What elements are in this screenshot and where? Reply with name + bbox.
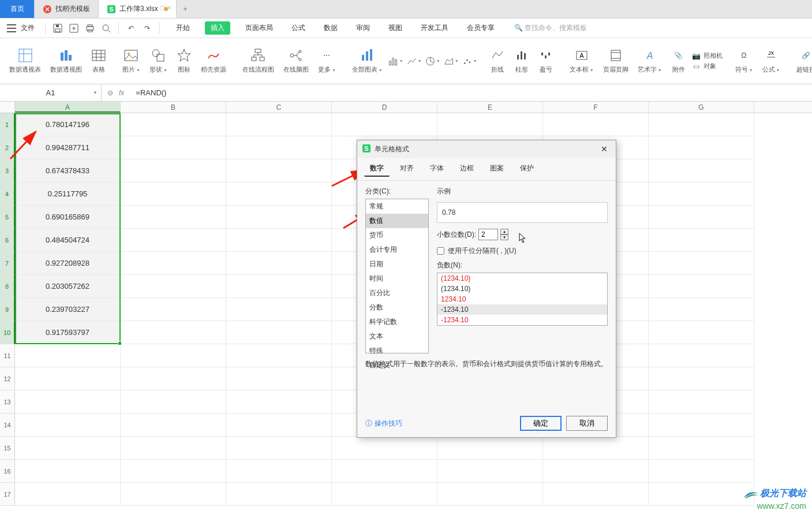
row-header[interactable]: 17 (0, 483, 15, 506)
icon-button[interactable]: 图标 (173, 48, 195, 74)
tab-border[interactable]: 边框 (454, 161, 480, 177)
line-chart-icon[interactable]: ▼ (407, 54, 422, 69)
cell[interactable] (121, 252, 226, 275)
cell[interactable] (121, 414, 226, 437)
wordart-button[interactable]: A艺术字▼ (634, 48, 665, 74)
cell[interactable] (649, 437, 754, 460)
cell[interactable] (121, 321, 226, 344)
cell-a10[interactable]: 0.917593797 (15, 321, 121, 344)
cell[interactable] (121, 113, 226, 136)
menu-start[interactable]: 开始 (173, 21, 193, 35)
cell[interactable] (226, 206, 332, 229)
equation-button[interactable]: JΧ公式▼ (759, 48, 784, 74)
cell[interactable] (332, 483, 437, 506)
pivot-table-button[interactable]: 数据透视表 (6, 48, 44, 74)
cell[interactable] (649, 229, 754, 252)
cell-a3[interactable]: 0.674378433 (15, 159, 121, 182)
all-charts-button[interactable]: 全部图表▼ (349, 48, 386, 74)
select-all-corner[interactable] (0, 102, 15, 113)
cell[interactable] (332, 437, 437, 460)
row-header[interactable]: 8 (0, 275, 15, 298)
cell[interactable] (226, 460, 332, 483)
category-fraction[interactable]: 分数 (366, 300, 428, 315)
row-header[interactable]: 4 (0, 182, 15, 206)
bar-chart-icon[interactable]: ▼ (388, 54, 403, 69)
cancel-button[interactable]: 取消 (566, 416, 608, 431)
row-header[interactable]: 10 (0, 321, 15, 344)
category-scientific[interactable]: 科学记数 (366, 315, 428, 329)
cell[interactable] (226, 159, 332, 182)
category-time[interactable]: 时间 (366, 271, 428, 286)
row-header[interactable]: 1 (0, 113, 15, 136)
cell[interactable] (332, 113, 437, 136)
cell[interactable] (121, 136, 226, 159)
cell[interactable] (226, 182, 332, 206)
cell[interactable] (649, 159, 754, 182)
cell[interactable] (649, 252, 754, 275)
cell[interactable] (226, 483, 332, 506)
menu-page-layout[interactable]: 页面布局 (242, 21, 276, 35)
pivot-view-button[interactable]: 数据透视图 (47, 48, 85, 74)
template-tab[interactable]: 找稻壳模板 (35, 0, 99, 18)
cell[interactable] (226, 344, 332, 367)
menu-formula[interactable]: 公式 (288, 21, 309, 35)
cell[interactable] (121, 229, 226, 252)
category-currency[interactable]: 货币 (366, 228, 428, 243)
cell[interactable] (649, 367, 754, 390)
cell[interactable] (121, 159, 226, 182)
cell[interactable] (15, 414, 121, 437)
cell[interactable] (649, 298, 754, 321)
col-header-d[interactable]: D (332, 102, 437, 113)
cell[interactable] (649, 321, 754, 344)
cell[interactable] (437, 483, 543, 506)
spinner-up-button[interactable]: ▲ (500, 229, 508, 234)
tab-align[interactable]: 对齐 (394, 161, 420, 177)
col-header-f[interactable]: F (543, 102, 649, 113)
cell[interactable] (649, 206, 754, 229)
cell[interactable] (649, 136, 754, 159)
sparkline-winloss-button[interactable]: 盈亏 (535, 48, 557, 74)
negative-format-list[interactable]: (1234.10) (1234.10) 1234.10 -1234.10 -12… (437, 273, 608, 326)
cell[interactable] (437, 460, 543, 483)
cell[interactable] (121, 344, 226, 367)
resource-button[interactable]: 稻壳资源 (197, 48, 230, 74)
cell[interactable] (649, 182, 754, 206)
cell[interactable] (437, 113, 543, 136)
row-header[interactable]: 12 (0, 367, 15, 390)
formula-input[interactable]: =RAND() (130, 88, 812, 97)
hyperlink-button[interactable]: 🔗超链接 (793, 48, 813, 74)
cell[interactable] (121, 206, 226, 229)
row-header[interactable]: 2 (0, 136, 15, 159)
camera-button[interactable]: 📷照相机 (692, 51, 723, 61)
close-button[interactable]: ✕ (597, 144, 611, 154)
cell[interactable] (121, 390, 226, 414)
cell[interactable] (226, 136, 332, 159)
undo-icon[interactable]: ↶ (126, 23, 136, 33)
header-footer-button[interactable]: 页眉页脚 (600, 48, 632, 74)
textbox-button[interactable]: A文本框▼ (566, 48, 597, 74)
row-header[interactable]: 5 (0, 206, 15, 229)
row-header[interactable]: 11 (0, 344, 15, 367)
ok-button[interactable]: 确定 (520, 416, 562, 431)
cell[interactable] (649, 275, 754, 298)
cell[interactable] (649, 113, 754, 136)
cell[interactable] (121, 483, 226, 506)
negative-option[interactable]: (1234.10) (437, 284, 607, 294)
cell[interactable] (649, 483, 754, 506)
cell-a4[interactable]: 0.25117795 (15, 182, 121, 206)
print-preview-icon[interactable] (101, 23, 111, 33)
pie-chart-icon[interactable]: ▼ (425, 54, 440, 69)
attachment-button[interactable]: 📎附件 (668, 48, 690, 74)
cell[interactable] (649, 460, 754, 483)
search-box[interactable]: 🔍 查找命令、搜索模板 (514, 23, 587, 33)
negative-option[interactable]: -1234.10 (437, 315, 607, 325)
cancel-icon[interactable]: ⊖ (107, 89, 113, 97)
home-tab[interactable]: 首页 (0, 0, 35, 18)
category-special[interactable]: 特殊 (366, 344, 428, 358)
negative-option[interactable]: 1234.10 (437, 294, 607, 304)
spinner-down-button[interactable]: ▼ (500, 234, 508, 240)
save-as-icon[interactable] (69, 23, 79, 33)
mind-map-button[interactable]: 在线脑图 (280, 48, 312, 74)
cell[interactable] (15, 344, 121, 367)
cell[interactable] (15, 437, 121, 460)
